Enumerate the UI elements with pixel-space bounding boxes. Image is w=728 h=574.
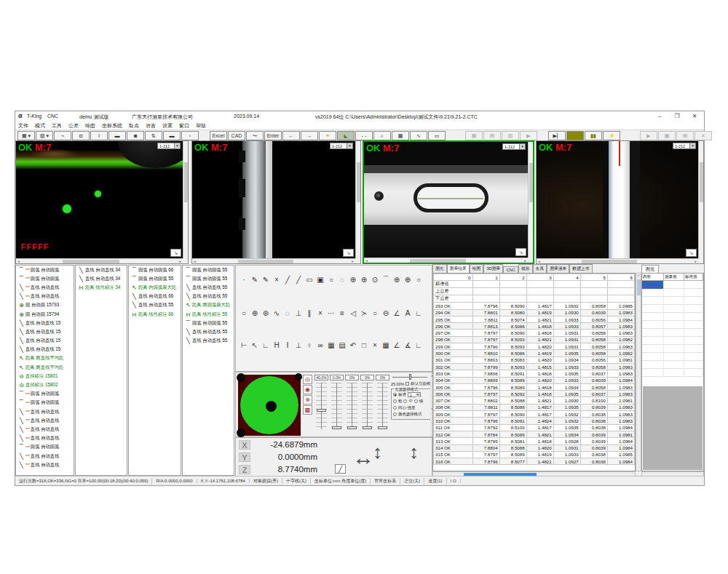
toolbar-button-11[interactable]: CAD — [228, 131, 245, 140]
chevron-down-icon[interactable]: ▾ — [174, 143, 180, 148]
list-item[interactable]: ╲直线 自动直线 15 — [16, 346, 74, 354]
camera-3-panel[interactable]: OK M:7 1-212▾ ↘ ◂▸ — [363, 140, 534, 264]
results-grid[interactable]: 0123456标准值上公差下公差293 OK7.87968.50901.4817… — [432, 273, 636, 471]
color-mode-radio[interactable] — [393, 412, 397, 416]
default-mode-checkbox[interactable] — [405, 382, 409, 386]
toolbar-button-7[interactable]: ⇅ — [145, 131, 162, 140]
tool-icon[interactable]: ◌ — [283, 309, 292, 317]
tool-icon[interactable]: ○ — [414, 276, 423, 284]
tool-icon[interactable]: ∡ — [403, 341, 412, 349]
camera-1-horizontal-scrollbar[interactable]: ◂▸ — [16, 258, 183, 263]
standard-radio[interactable] — [393, 393, 397, 396]
list-item[interactable]: ╲直线 自动直线 55 — [183, 337, 234, 346]
fine-radio[interactable] — [414, 399, 418, 403]
camera-2-resize-icon[interactable]: ↘ — [343, 249, 354, 257]
toolbar-button-18[interactable]: - - — [355, 131, 373, 140]
toolbar-button-15[interactable]: → — [301, 131, 318, 140]
toolbar-button-31[interactable]: ▶ — [640, 131, 657, 140]
jog-horizontal-icon[interactable]: ↔ — [352, 445, 374, 470]
jog-vertical-icon[interactable]: ↕ — [373, 441, 382, 463]
toolbar-button-16[interactable]: ☀ — [319, 131, 336, 140]
list-item[interactable]: ⊕圆 自动圆 15793 — [16, 301, 74, 310]
tool-icon[interactable]: ⊕ — [349, 276, 357, 284]
camera-2-panel[interactable]: OK M:7 1-212▾ ↘ ◂▸ — [191, 140, 361, 264]
table-row[interactable]: 310 OK7.87968.50911.48241.09320.80381.09… — [434, 418, 635, 424]
tool-icon[interactable]: ⊕ — [360, 276, 368, 284]
camera-3-horizontal-scrollbar[interactable]: ◂▸ — [364, 258, 528, 263]
list-item[interactable]: ╲***直线 自动直线 — [16, 416, 74, 425]
toolbar-button-0[interactable]: ▦ ▾ — [17, 131, 35, 140]
results-vertical-scrollbar[interactable]: ˄ — [636, 273, 641, 471]
menu-item-模式[interactable]: 模式 — [35, 122, 45, 129]
toolbar-button-33[interactable]: ▤ — [676, 131, 694, 140]
toolbar-button-21[interactable]: ∿ — [410, 131, 427, 140]
menu-item-帮助[interactable]: 帮助 — [196, 122, 206, 129]
tool-icon[interactable]: Ⅰ — [283, 341, 292, 349]
tab-夹具[interactable]: 夹具 — [533, 264, 547, 273]
table-row[interactable]: 309 OK7.87978.50901.48171.09320.80381.09… — [434, 411, 635, 418]
tool-icon[interactable]: × — [316, 309, 325, 317]
tool-icon[interactable]: ⊢ — [240, 341, 248, 349]
toolbar-button-25[interactable]: ▧ — [502, 131, 519, 140]
list-item[interactable]: ↖距离 两直线平均距 — [16, 354, 74, 363]
toolbar-button-8[interactable]: ▬ — [163, 131, 181, 140]
table-row[interactable]: 308 OK7.88118.50881.48171.09350.80391.09… — [434, 404, 635, 410]
light-pattern-button-3[interactable]: ▩ — [303, 405, 312, 415]
element-row[interactable] — [642, 313, 703, 321]
tool-icon[interactable]: ▭ — [305, 276, 314, 284]
list-item[interactable]: ⌒***圆弧 自动圆弧 — [16, 399, 74, 407]
list-item[interactable]: ↖距离 内圆弧最大距 — [129, 283, 181, 292]
toolbar-button-19[interactable]: ⌕ — [373, 131, 391, 140]
list-item[interactable]: ⌒圆弧 自动圆弧 55 — [183, 319, 234, 327]
toolbar-button-13[interactable]: Enter — [264, 131, 282, 140]
toolbar-button-3[interactable]: ◘ — [72, 131, 90, 140]
toolbar-button-6[interactable]: ◙ — [127, 131, 144, 140]
list-item[interactable]: ╲直线 自动直线 55 — [183, 327, 234, 336]
tool-icon[interactable]: ∟ — [414, 309, 423, 317]
camera-4-resize-icon[interactable]: ↘ — [686, 249, 697, 257]
slider-thumb[interactable] — [332, 426, 341, 429]
list-item[interactable]: ↖距离 两圆弧最大距 — [183, 301, 234, 310]
tab-数据上传[interactable]: 数据上传 — [569, 264, 592, 273]
ring-light-joystick[interactable] — [238, 375, 301, 436]
list-item[interactable]: H距离 线性标注 34 — [76, 283, 127, 292]
tool-icon[interactable]: ∟ — [261, 341, 270, 349]
tool-icon[interactable]: ⊛ — [261, 309, 270, 317]
joystick-center-dot[interactable] — [266, 401, 277, 412]
list-item[interactable]: ↖距离 两直线平均距 — [16, 363, 74, 372]
toolbar-button-32[interactable]: ▦ — [658, 131, 676, 140]
list-item[interactable]: ╲直线 自动直线 15 — [16, 327, 74, 336]
light-pattern-button-0[interactable]: ◎ — [303, 375, 312, 384]
list-item[interactable]: ⊕圆 自动圆 15794 — [16, 310, 74, 319]
table-row[interactable]: 294 OK7.88018.50801.48191.09300.80391.09… — [434, 309, 635, 316]
tool-icon[interactable]: ∞ — [316, 341, 325, 349]
list-item[interactable]: ╲***直线 自动直线 — [16, 425, 74, 434]
tab-测量清单[interactable]: 测量清单 — [547, 264, 569, 273]
table-row[interactable]: 297 OK7.87978.50901.48181.09310.80581.09… — [434, 330, 635, 336]
tab-3D测量[interactable]: 3D测量 — [483, 264, 503, 273]
close-button[interactable]: ✕ — [687, 111, 703, 121]
slider-thumb[interactable] — [378, 426, 387, 429]
table-row[interactable]: 314 OK7.88048.50881.48201.09310.80391.09… — [434, 445, 635, 451]
toolbar-button-17[interactable]: ◣ — [337, 131, 355, 140]
tool-icon[interactable]: ⊥ — [294, 309, 303, 317]
toolbar-button-5[interactable]: ▬ — [108, 131, 126, 140]
chevron-down-icon[interactable]: ▾ — [519, 144, 525, 149]
tool-icon[interactable]: ⊖ — [381, 309, 390, 317]
tool-icon[interactable]: ╱ — [294, 276, 303, 284]
camera-1-resize-icon[interactable]: ↘ — [170, 249, 181, 257]
camera-3-image[interactable] — [364, 142, 528, 258]
tool-icon[interactable]: ▦ — [381, 341, 390, 349]
tab-测光[interactable]: 测光 — [432, 264, 447, 273]
tool-icon[interactable]: ∠ — [392, 341, 401, 349]
minimize-button[interactable]: – — [652, 111, 668, 121]
list-item[interactable]: H距离 线性标注 55 — [183, 310, 234, 319]
toolbar-button-29[interactable]: ▮▮ — [585, 131, 602, 140]
toolbar-button-34[interactable]: ✕ — [695, 131, 712, 140]
element-row[interactable] — [642, 353, 703, 361]
list-item[interactable]: ⌒***圆弧 自动圆弧 — [16, 390, 74, 399]
camera-2-zoom-select[interactable]: 1-212▾ — [330, 143, 353, 149]
light-slider-1[interactable]: 0.0% — [330, 375, 344, 436]
toolbar-button-27[interactable]: ▶▏ — [548, 131, 566, 140]
list-item[interactable]: ╲直线 自动直线 15 — [16, 337, 74, 346]
